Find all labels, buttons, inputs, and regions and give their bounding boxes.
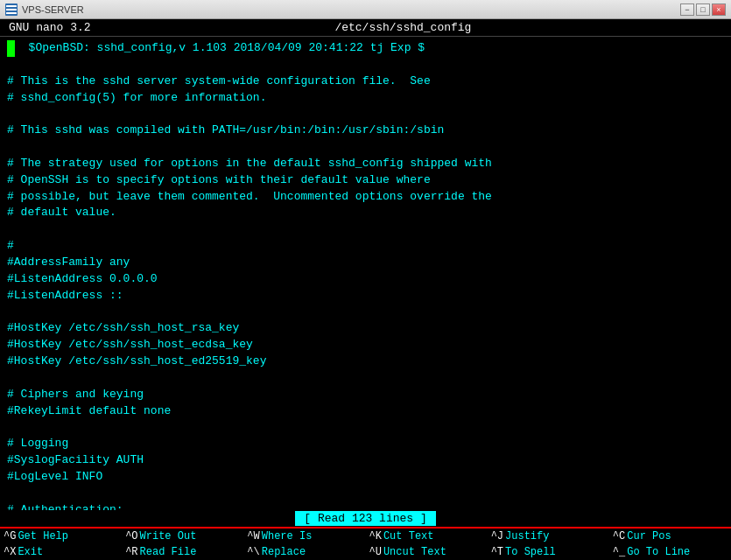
close-button[interactable]: × [712, 4, 726, 16]
titlebar-left: VPS-SERVER [5, 4, 84, 16]
shortcut-to-spell[interactable]: ^T To Spell [488, 544, 609, 560]
titlebar: VPS-SERVER − □ × [0, 0, 731, 19]
shortcut-write-out[interactable]: ^O Write Out [122, 528, 243, 544]
app-icon [5, 4, 18, 16]
shortcut-label-cur-pos: Cur Pos [627, 530, 671, 542]
shortcut-key-T: ^T [491, 546, 503, 558]
shortcut-label-exit: Exit [18, 546, 43, 558]
svg-rect-3 [6, 12, 17, 14]
shortcut-read-file[interactable]: ^R Read File [122, 544, 243, 560]
file-path: /etc/ssh/sshd_config [334, 21, 471, 34]
shortcut-key-U: ^U [369, 546, 382, 558]
maximize-button[interactable]: □ [696, 4, 710, 16]
editor-name: GNU nano 3.2 [9, 21, 91, 34]
shortcut-key-W: ^W [247, 530, 259, 542]
shortcut-label-justify: Justify [505, 530, 549, 542]
shortcut-key-G: ^G [4, 530, 16, 542]
shortcut-key-underscore: ^_ [613, 546, 625, 558]
topbar-right [715, 21, 722, 34]
shortcut-go-to-line[interactable]: ^_ Go To Line [609, 544, 731, 560]
shortcut-label-where-is: Where Is [262, 530, 313, 542]
shortcut-label-uncut-text: Uncut Text [383, 546, 446, 558]
terminal: GNU nano 3.2 /etc/ssh/sshd_config $OpenB… [0, 19, 731, 560]
shortcut-replace[interactable]: ^\ Replace [243, 544, 365, 560]
status-text: [ Read 123 lines ] [295, 511, 435, 526]
shortcut-where-is[interactable]: ^W Where Is [243, 528, 365, 544]
shortcuts-bar: ^G Get Help ^O Write Out ^W Where Is ^K … [0, 527, 731, 560]
cursor [7, 40, 15, 57]
window-controls: − □ × [680, 4, 726, 16]
shortcut-label-go-to-line: Go To Line [627, 546, 690, 558]
shortcut-key-C: ^C [613, 530, 625, 542]
shortcut-label-read-file: Read File [140, 546, 197, 558]
shortcut-label-write-out: Write Out [140, 530, 197, 542]
status-bar: [ Read 123 lines ] [0, 510, 731, 527]
shortcut-label-cut-text: Cut Text [383, 530, 434, 542]
minimize-button[interactable]: − [680, 4, 694, 16]
svg-rect-1 [6, 5, 17, 7]
shortcut-label-to-spell: To Spell [505, 546, 556, 558]
shortcut-exit[interactable]: ^X Exit [0, 544, 122, 560]
window-title: VPS-SERVER [22, 4, 84, 15]
nano-topbar: GNU nano 3.2 /etc/ssh/sshd_config [0, 19, 731, 37]
shortcut-key-X: ^X [4, 546, 16, 558]
shortcut-label-get-help: Get Help [18, 530, 68, 542]
shortcut-key-R: ^R [125, 546, 137, 558]
shortcut-get-help[interactable]: ^G Get Help [0, 528, 122, 544]
shortcut-key-K: ^K [369, 530, 382, 542]
shortcut-key-backslash: ^\ [247, 546, 259, 558]
shortcut-key-J: ^J [491, 530, 503, 542]
shortcut-uncut-text[interactable]: ^U Uncut Text [366, 544, 488, 560]
svg-rect-2 [6, 9, 17, 10]
shortcut-cur-pos[interactable]: ^C Cur Pos [609, 528, 731, 544]
shortcut-cut-text[interactable]: ^K Cut Text [366, 528, 488, 544]
shortcut-justify[interactable]: ^J Justify [488, 528, 609, 544]
shortcut-key-O: ^O [125, 530, 137, 542]
editor-content[interactable]: $OpenBSD: sshd_config,v 1.103 2018/04/09… [0, 37, 731, 510]
shortcut-label-replace: Replace [262, 546, 306, 558]
